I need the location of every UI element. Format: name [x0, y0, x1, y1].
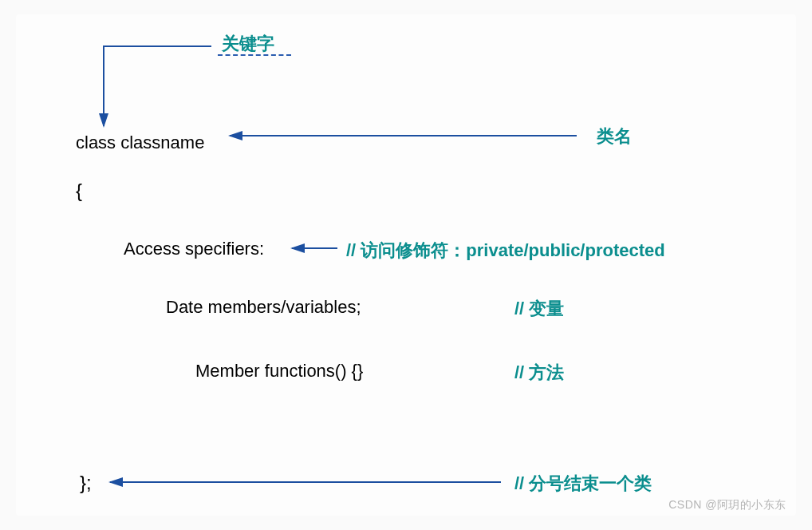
label-method-comment: // 方法 — [514, 361, 564, 385]
code-open-brace: { — [76, 180, 82, 202]
label-keyword: 关键字 — [222, 32, 274, 56]
code-data-line: Date members/variables; — [166, 297, 361, 318]
code-close: }; — [80, 472, 92, 494]
underline-keyword — [218, 54, 291, 56]
code-class-line: class classname — [76, 132, 204, 153]
code-func-line: Member functions() {} — [195, 361, 363, 382]
label-classname: 类名 — [597, 125, 632, 148]
code-access-line: Access specifiers: — [124, 239, 264, 259]
diagram-stage: 关键字 类名 // 访问修饰符：private/public/protected… — [16, 14, 796, 516]
label-semicolon-comment: // 分号结束一个类 — [514, 472, 652, 496]
label-access-comment: // 访问修饰符：private/public/protected — [346, 239, 665, 263]
watermark: CSDN @阿玥的小东东 — [668, 498, 786, 512]
diagram-canvas: 关键字 类名 // 访问修饰符：private/public/protected… — [0, 0, 812, 530]
label-variable-comment: // 变量 — [514, 297, 564, 321]
arrows-layer — [16, 14, 796, 516]
